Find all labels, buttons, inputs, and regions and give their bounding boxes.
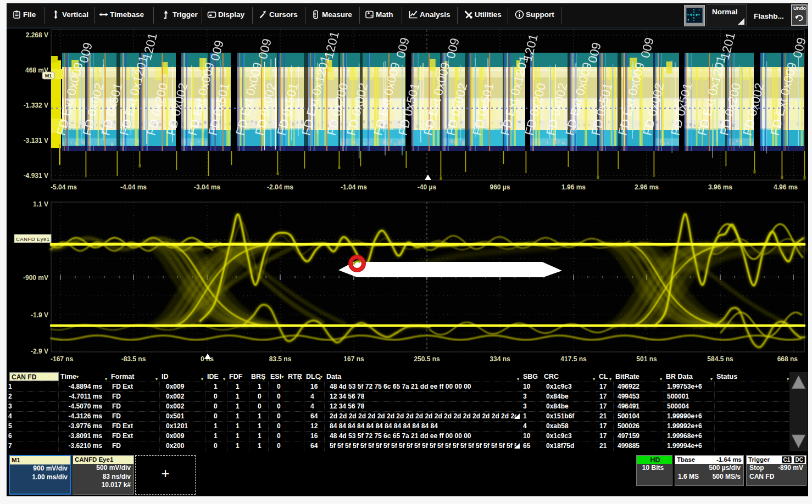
svg-text:1.1 V: 1.1 V [33,200,48,208]
svg-text:-2.9 V: -2.9 V [31,348,48,355]
svg-text:334 ns: 334 ns [490,355,510,363]
svg-text:83.5 ns: 83.5 ns [269,355,292,363]
svg-text:-1.332 V: -1.332 V [24,102,48,109]
svg-text:960 µs: 960 µs [490,183,510,191]
svg-text:3.96 ms: 3.96 ms [708,183,732,191]
svg-text:584.5 ns: 584.5 ns [707,355,733,363]
svg-text:-1.04 ms: -1.04 ms [341,183,367,191]
svg-text:468 mV: 468 mV [25,66,48,74]
svg-text:-4.931 V: -4.931 V [24,172,48,180]
svg-text:167 ns: 167 ns [343,355,364,363]
svg-text:-83.5 ns: -83.5 ns [121,355,146,363]
svg-text:2.268 V: 2.268 V [26,31,48,39]
svg-text:-4.04 ms: -4.04 ms [120,183,147,191]
svg-text:-900 mV: -900 mV [23,274,48,282]
svg-text:-2.04 ms: -2.04 ms [267,183,293,191]
svg-text:668 ns: 668 ns [777,355,798,363]
svg-text:501 ns: 501 ns [636,355,657,363]
svg-text:2.96 ms: 2.96 ms [635,183,659,191]
svg-text:250.5 ns: 250.5 ns [414,355,440,363]
svg-text:-5.04 ms: -5.04 ms [51,183,77,191]
svg-text:CANFD Eye1: CANFD Eye1 [16,236,49,242]
svg-text:-3.131 V: -3.131 V [24,137,48,144]
svg-text:1.96 ms: 1.96 ms [561,183,586,191]
svg-text:-3.04 ms: -3.04 ms [194,183,220,191]
svg-text:417.5 ns: 417.5 ns [560,355,587,363]
svg-text:-1.9 V: -1.9 V [31,311,48,319]
svg-text:-40 µs: -40 µs [418,183,437,191]
svg-text:-167 ns: -167 ns [51,355,74,363]
svg-text:4.96 ms: 4.96 ms [774,183,798,191]
